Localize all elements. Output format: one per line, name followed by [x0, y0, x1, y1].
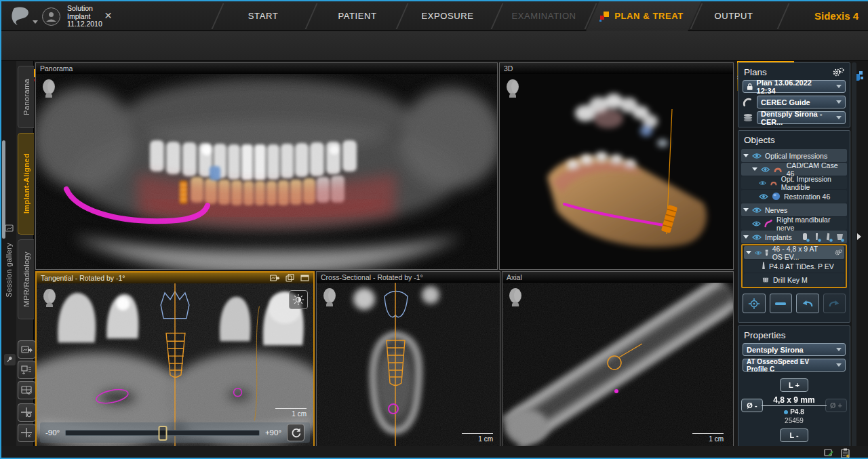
axial-view[interactable]: Axial: [502, 271, 734, 447]
visibility-eye-icon[interactable]: [759, 193, 768, 200]
tab-plan-treat[interactable]: PLAN & TREAT: [590, 1, 693, 31]
add-abutment-icon[interactable]: [812, 233, 822, 242]
plan-select[interactable]: Plan 13.06.2022 12:34: [743, 80, 846, 93]
implant-line-select[interactable]: AT OsseoSpeed EV Profile C: [743, 359, 846, 372]
reset-rotation-button[interactable]: [287, 424, 304, 441]
tab-output[interactable]: OUTPUT: [694, 1, 773, 31]
brightness-contrast-button[interactable]: [289, 290, 308, 309]
workspace-tab-implant-aligned[interactable]: Implant-Aligned: [18, 133, 34, 235]
cross-sectional-view[interactable]: Cross-Sectional - Rotated by -1°: [316, 271, 500, 447]
tree-item-right-mandibular-nerve[interactable]: Right mandibular nerve: [741, 217, 847, 230]
implant-settings-gear-icon[interactable]: [835, 248, 842, 257]
orientation-head-icon: [322, 288, 337, 310]
rotation-slider-track[interactable]: [65, 430, 260, 436]
length-minus-button[interactable]: L -: [780, 428, 808, 442]
panel-collapse-arrow-icon[interactable]: [857, 233, 861, 240]
export-workspace-icon: [21, 386, 33, 395]
implant-icon: [765, 248, 768, 258]
reset-crosshairs-button[interactable]: [18, 424, 36, 442]
implant-size-value: 4,8 x 9 mm: [738, 395, 850, 405]
tree-item-implant-46[interactable]: 46 - 4,8 x 9 AT OS EV...: [744, 246, 844, 259]
sleeve-system-select[interactable]: Dentsply Sirona - CER...: [757, 111, 846, 124]
edit-annotation-button[interactable]: [824, 448, 834, 459]
export-workspace-button[interactable]: [18, 381, 36, 399]
session-gallery-label[interactable]: Session gallery: [5, 243, 13, 298]
visibility-eye-icon[interactable]: [752, 220, 761, 227]
redo-object-button[interactable]: [823, 294, 846, 313]
copy-view-icon[interactable]: [285, 274, 295, 282]
tree-item-drill-key[interactable]: Drill Key M: [744, 273, 844, 286]
caret-down-icon[interactable]: [743, 208, 749, 212]
implant-size-control: L + Ø - Ø + 4,8 x 9 mm P4.8 25459 L -: [738, 378, 850, 443]
visibility-eye-icon[interactable]: [752, 234, 762, 241]
show-crosshairs-button[interactable]: [18, 403, 36, 422]
export-image-icon: [21, 345, 33, 355]
tree-item-abutment[interactable]: P4.8 AT TiDes. P EV: [744, 260, 844, 273]
manufacturer-value: Dentsply Sirona: [747, 346, 804, 354]
three-d-view[interactable]: 3D: [499, 62, 734, 270]
guide-type-select[interactable]: CEREC Guide: [757, 96, 846, 108]
minus-icon: [774, 301, 787, 306]
redo-arrow-icon: [828, 298, 840, 308]
manufacturer-select[interactable]: Dentsply Sirona: [743, 343, 846, 356]
avatar[interactable]: [42, 7, 60, 26]
caret-down-icon[interactable]: [743, 235, 749, 239]
tree-item-label: P4.8 AT TiDes. P EV: [769, 262, 834, 271]
tree-item-implants[interactable]: Implants: [741, 231, 847, 243]
workspace-tab-mpr-radiology[interactable]: MPR/Radiology: [18, 239, 34, 319]
sidexis-logo-icon[interactable]: [9, 6, 33, 29]
visibility-eye-icon[interactable]: [759, 180, 766, 186]
maximize-view-icon[interactable]: [300, 275, 309, 281]
focus-crosshair-icon: [748, 298, 760, 310]
panel-scrollbar[interactable]: [852, 62, 856, 447]
caret-down-icon[interactable]: [746, 251, 751, 254]
report-status-button[interactable]: [841, 448, 850, 459]
patient-name-line1: Solution: [67, 5, 102, 13]
close-patient-icon[interactable]: ×: [104, 8, 112, 23]
focus-object-button[interactable]: [743, 294, 766, 313]
export-image-button[interactable]: [18, 340, 36, 359]
tree-item-label: Opt. Impression Mandible: [781, 175, 845, 191]
tree-item-opt-impression-mandible[interactable]: Opt. Impression Mandible: [741, 176, 847, 189]
scale-bar: 1 cm: [462, 433, 493, 443]
workspace-tab-panorama[interactable]: Panorama: [18, 66, 34, 128]
export-view-icon[interactable]: [270, 275, 280, 282]
tab-exposure[interactable]: EXPOSURE: [407, 1, 488, 31]
logo-menu-chevron-icon[interactable]: [33, 20, 38, 24]
patient-info[interactable]: Solution Implant 11.12.2010: [67, 5, 102, 28]
panel-scrollbar-thumb[interactable]: [2, 140, 5, 239]
tree-item-restoration[interactable]: Restoration 46: [741, 190, 847, 203]
tree-item-label: Nerves: [765, 206, 787, 214]
visibility-eye-icon[interactable]: [761, 166, 770, 173]
add-implant-icon[interactable]: [800, 233, 810, 242]
cross-sectional-slice-image: [317, 283, 500, 447]
tab-start[interactable]: START: [222, 1, 304, 31]
pin-button[interactable]: [4, 354, 16, 365]
tree-item-cadcam-case[interactable]: CAD/CAM Case 46: [741, 163, 847, 176]
add-sleeve-icon[interactable]: [835, 233, 845, 242]
crosshair-reset-icon: [21, 428, 33, 438]
caret-down-icon[interactable]: [743, 154, 749, 157]
tree-item-optical-impressions[interactable]: Optical Impressions: [741, 149, 847, 162]
caret-down-icon[interactable]: [752, 167, 757, 171]
clipboard-icon: [841, 448, 850, 458]
plans-settings-gear-icon[interactable]: [833, 67, 844, 77]
gallery-icon: [5, 224, 15, 236]
visibility-eye-icon[interactable]: [752, 207, 762, 214]
tangential-view[interactable]: Tangential - Rotated by -1°: [35, 271, 315, 447]
add-drill-icon[interactable]: [823, 233, 833, 242]
tree-item-nerves[interactable]: Nerves: [741, 203, 847, 216]
tab-patient[interactable]: PATIENT: [317, 1, 398, 31]
panorama-view[interactable]: Panorama: [35, 62, 498, 270]
undo-object-button[interactable]: [796, 294, 819, 313]
guide-type-value: CEREC Guide: [761, 98, 810, 106]
tab-separator: [305, 3, 318, 29]
tangential-view-header: Tangential - Rotated by -1°: [37, 273, 313, 283]
rotation-slider-handle[interactable]: [158, 426, 167, 441]
length-plus-button[interactable]: L +: [780, 378, 808, 392]
visibility-eye-icon[interactable]: [752, 153, 762, 159]
hide-object-button[interactable]: [770, 294, 793, 313]
tab-examination[interactable]: EXAMINATION: [503, 1, 585, 31]
visibility-eye-icon[interactable]: [755, 250, 762, 256]
export-gallery-button[interactable]: [18, 361, 36, 379]
